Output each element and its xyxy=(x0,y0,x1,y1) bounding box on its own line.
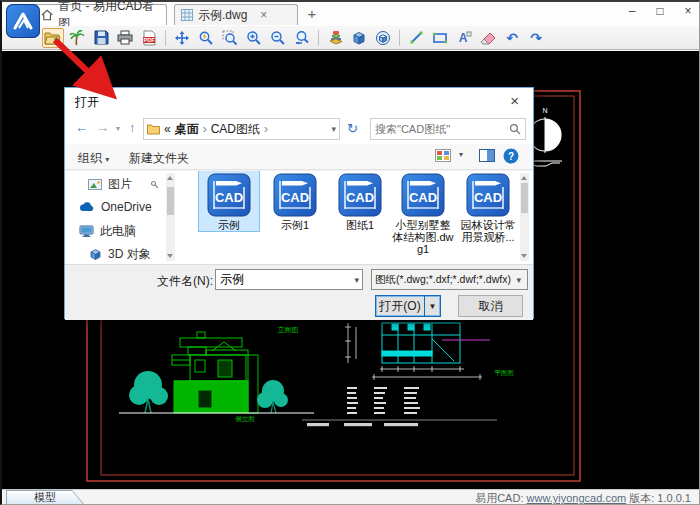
toolbar-separator xyxy=(165,30,166,46)
breadcrumb-folder[interactable]: CAD图纸 xyxy=(211,121,260,138)
sidebar-item-label: OneDrive xyxy=(101,200,152,214)
insert-image-button[interactable] xyxy=(66,28,88,48)
zoom-out-button[interactable] xyxy=(267,28,289,48)
status-bar: 模型 易用CAD: www.yiyongcad.com 版本: 1.0.0.1 xyxy=(2,489,699,504)
print-button[interactable] xyxy=(114,28,136,48)
layers-button[interactable] xyxy=(324,28,346,48)
status-info: 易用CAD: www.yiyongcad.com 版本: 1.0.0.1 xyxy=(475,491,691,505)
address-bar[interactable]: « 桌面 › CAD图纸 › ▾ xyxy=(143,118,340,140)
pan-arrows-icon xyxy=(174,30,190,46)
redo-button[interactable]: ↷ xyxy=(525,28,547,48)
new-folder-button[interactable]: 新建文件夹 xyxy=(129,150,189,167)
tab-home[interactable]: 首页 - 易用CAD看图 xyxy=(34,4,167,25)
file-item-3[interactable]: CAD 小型别墅整体结构图.dwg1 xyxy=(391,171,455,255)
printer-icon xyxy=(117,30,133,45)
dialog-nav-bar: ← → ▾ ↑ « 桌面 › CAD图纸 › ▾ ↻ xyxy=(65,114,533,144)
scrollbar-thumb[interactable] xyxy=(521,183,528,213)
model-tab[interactable]: 模型 xyxy=(6,490,84,504)
sidebar-item-label: 图片 xyxy=(108,176,132,193)
svg-text:CAD: CAD xyxy=(281,190,309,205)
cancel-button[interactable]: 取消 xyxy=(458,295,523,317)
pan-button[interactable] xyxy=(171,28,193,48)
scroll-down-icon[interactable] xyxy=(167,254,173,258)
forward-icon[interactable]: → xyxy=(96,120,109,135)
draw-text-button[interactable]: A xyxy=(453,28,475,48)
save-button[interactable] xyxy=(90,28,112,48)
filetype-value: 图纸(*.dwg;*.dxf;*.dwf;*.dwfx) xyxy=(375,273,511,287)
scroll-up-icon[interactable] xyxy=(521,176,527,180)
open-folder-icon xyxy=(44,30,62,46)
draw-line-button[interactable] xyxy=(405,28,427,48)
draw-rect-button[interactable] xyxy=(429,28,451,48)
file-name: 小型别墅整体结构图.dwg1 xyxy=(391,219,455,255)
dialog-close-icon[interactable]: × xyxy=(510,92,519,109)
tab-document[interactable]: 示例.dwg × xyxy=(174,4,298,25)
close-button[interactable]: × xyxy=(681,4,695,18)
back-icon[interactable]: ← xyxy=(75,120,88,135)
eraser-button[interactable] xyxy=(477,28,499,48)
zoom-window-button[interactable] xyxy=(219,28,241,48)
cad-file-icon: CAD xyxy=(338,173,382,217)
breadcrumb-prefix: « xyxy=(164,122,171,136)
blocks-button[interactable] xyxy=(348,28,370,48)
title-bar: 首页 - 易用CAD看图 示例.dwg × + – □ × xyxy=(2,2,699,26)
app-logo-icon[interactable] xyxy=(6,4,40,38)
zoom-extents-icon xyxy=(198,30,214,46)
refresh-icon[interactable]: ↻ xyxy=(347,121,358,136)
filename-dropdown-icon[interactable]: ▾ xyxy=(351,275,362,285)
open-button[interactable]: 打开(O) ▼ xyxy=(375,295,441,317)
minimize-button[interactable]: – xyxy=(625,4,639,18)
scrollbar-thumb[interactable] xyxy=(167,187,174,215)
zoom-previous-button[interactable] xyxy=(291,28,313,48)
sidebar-scrollbar[interactable] xyxy=(166,173,175,261)
file-item-1[interactable]: CAD 示例1 xyxy=(265,171,325,231)
view-cube-button[interactable] xyxy=(372,28,394,48)
file-item-4[interactable]: CAD 园林设计常用景观桥... xyxy=(457,171,519,243)
floor-plan xyxy=(382,323,460,363)
views-dropdown-icon[interactable]: ▾ xyxy=(459,150,463,159)
new-tab-button[interactable]: + xyxy=(303,5,321,23)
scroll-down-icon[interactable] xyxy=(521,254,527,258)
app-window: 首页 - 易用CAD看图 示例.dwg × + – □ × xyxy=(0,0,700,505)
dialog-title-bar[interactable]: 打开 × xyxy=(65,88,533,114)
plan-label: 平面图 xyxy=(494,369,514,376)
zoom-extents-button[interactable] xyxy=(195,28,217,48)
svg-text:N: N xyxy=(542,107,547,114)
brand-label: 易用CAD: xyxy=(475,492,523,504)
preview-pane-icon xyxy=(479,149,495,162)
toolbar-separator xyxy=(318,30,319,46)
toolbar-separator xyxy=(399,30,400,46)
preview-pane-button[interactable] xyxy=(479,149,495,165)
undo-button[interactable]: ↶ xyxy=(501,28,523,48)
breadcrumb-separator2: › xyxy=(264,122,268,136)
help-button[interactable]: ? xyxy=(503,148,519,167)
file-item-2[interactable]: CAD 图纸1 xyxy=(330,171,390,231)
cad-file-icon: CAD xyxy=(273,173,317,217)
svg-text:CAD: CAD xyxy=(215,190,243,205)
file-item-0[interactable]: CAD 示例 xyxy=(199,171,259,231)
website-link[interactable]: www.yiyongcad.com xyxy=(527,492,627,504)
zoom-in-button[interactable] xyxy=(243,28,265,48)
thumbnails-view-icon xyxy=(435,149,451,162)
search-input[interactable] xyxy=(371,123,505,135)
scroll-up-icon[interactable] xyxy=(167,176,173,180)
views-button[interactable] xyxy=(435,149,451,165)
open-file-button[interactable] xyxy=(42,28,64,48)
zoom-out-icon xyxy=(270,30,286,46)
folder-icon xyxy=(147,124,160,135)
address-dropdown-icon[interactable]: ▾ xyxy=(331,124,336,134)
tab-close-icon[interactable]: × xyxy=(260,8,267,22)
main-toolbar: PDF xyxy=(2,26,699,50)
search-icon[interactable] xyxy=(509,123,521,135)
maximize-button[interactable]: □ xyxy=(653,4,667,18)
filetype-combo[interactable]: 图纸(*.dwg;*.dxf;*.dwf;*.dwfx) ▾ xyxy=(371,269,528,290)
history-dropdown-icon[interactable]: ▾ xyxy=(116,124,120,133)
filename-input[interactable] xyxy=(216,273,351,287)
export-pdf-button[interactable]: PDF xyxy=(138,28,160,48)
filegrid-scrollbar[interactable] xyxy=(520,173,529,261)
open-split-dropdown-icon[interactable]: ▼ xyxy=(424,296,440,316)
view-cube-icon xyxy=(375,30,391,46)
organize-button[interactable]: 组织 ▾ xyxy=(78,150,109,167)
breadcrumb-desktop[interactable]: 桌面 xyxy=(175,121,199,138)
up-icon[interactable]: ↑ xyxy=(129,120,136,135)
